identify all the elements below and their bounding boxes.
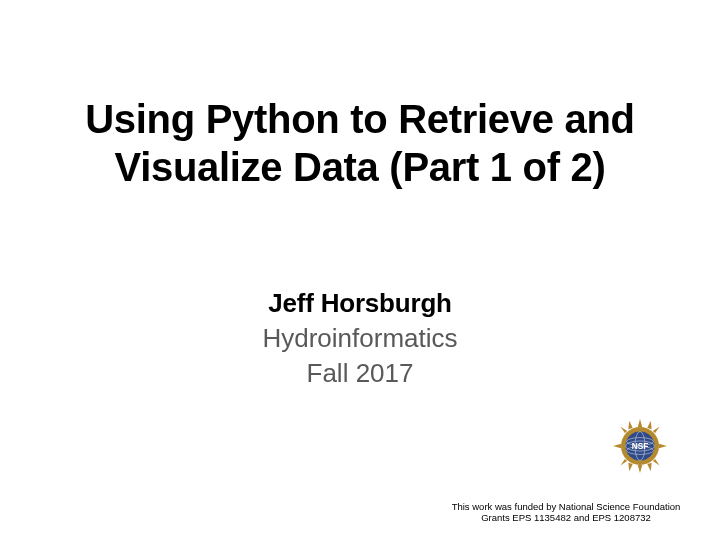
svg-marker-1 (638, 419, 642, 427)
svg-marker-7 (620, 459, 627, 466)
funding-acknowledgment: This work was funded by National Science… (438, 502, 694, 524)
slide-title-page: Using Python to Retrieve and Visualize D… (0, 0, 720, 540)
slide-body: Jeff Horsburgh Hydroinformatics Fall 201… (40, 286, 680, 391)
svg-marker-5 (620, 426, 627, 433)
course-name: Hydroinformatics (40, 321, 680, 356)
svg-marker-9 (628, 421, 632, 429)
svg-marker-2 (638, 465, 642, 473)
nsf-logo-icon: NSF (612, 418, 668, 474)
svg-marker-6 (653, 426, 660, 433)
svg-marker-4 (659, 444, 667, 448)
slide-title: Using Python to Retrieve and Visualize D… (40, 95, 680, 191)
svg-marker-10 (647, 421, 651, 429)
term-label: Fall 2017 (40, 356, 680, 391)
svg-marker-11 (628, 463, 632, 471)
svg-marker-3 (613, 444, 621, 448)
svg-text:NSF: NSF (632, 441, 649, 451)
svg-marker-8 (653, 459, 660, 466)
svg-marker-12 (647, 463, 651, 471)
author-name: Jeff Horsburgh (40, 286, 680, 321)
